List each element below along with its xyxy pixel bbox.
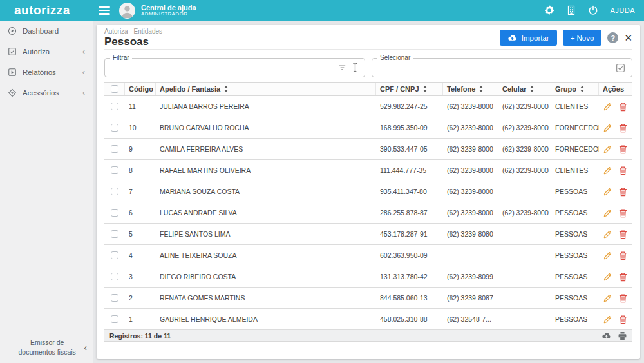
table-row[interactable]: 3 DIEGO RIBEIRO COSTA 131.313.780-42 (62… (104, 266, 632, 288)
delete-trash-icon[interactable] (618, 315, 628, 324)
row-checkbox[interactable] (111, 251, 118, 259)
row-checkbox[interactable] (111, 166, 118, 174)
gauge-icon (8, 26, 17, 35)
cell-cpf: 529.982.247-25 (376, 103, 443, 110)
help-circle-icon[interactable]: ? (607, 32, 618, 43)
row-checkbox[interactable] (111, 273, 118, 280)
cell-codigo: 10 (125, 124, 156, 132)
filter-label: Filtrar (110, 54, 132, 61)
select-dropdown[interactable]: Selecionar (372, 58, 632, 77)
table-row[interactable]: 9 CAMILA FERREIRA ALVES 390.533.447-05 (… (104, 139, 632, 160)
delete-trash-icon[interactable] (618, 187, 628, 197)
row-checkbox[interactable] (111, 294, 118, 302)
settings-gear-icon[interactable] (544, 5, 554, 15)
table-row[interactable]: 8 RAFAEL MARTINS OLIVEIRA 111.444.777-35… (104, 160, 632, 181)
company-building-icon[interactable] (566, 5, 576, 15)
help-link[interactable]: AJUDA (610, 6, 635, 14)
sort-icon (224, 86, 228, 92)
cloud-download-icon[interactable] (601, 331, 611, 340)
edit-pencil-icon[interactable] (603, 230, 612, 239)
edit-pencil-icon[interactable] (603, 208, 612, 218)
cell-codigo: 2 (125, 294, 156, 302)
cell-cpf: 844.585.060-13 (376, 294, 443, 302)
row-checkbox[interactable] (111, 145, 118, 153)
user-block[interactable]: Central de ajuda ADMINISTRADOR (141, 4, 196, 17)
filter-input[interactable]: Filtrar (104, 58, 365, 77)
close-icon[interactable]: ✕ (624, 33, 632, 43)
table-row[interactable]: 10 BRUNO CARVALHO ROCHA 168.995.350-09 (… (104, 117, 632, 139)
delete-trash-icon[interactable] (618, 230, 628, 239)
app-logo: autorizza (0, 3, 93, 17)
edit-pencil-icon[interactable] (603, 187, 612, 197)
cell-cpf: 111.444.777-35 (376, 166, 443, 174)
table-row[interactable]: 11 JULIANA BARROS PEREIRA 529.982.247-25… (104, 96, 632, 117)
row-checkbox[interactable] (111, 124, 118, 132)
row-checkbox[interactable] (111, 188, 118, 195)
table-row[interactable]: 7 MARIANA SOUZA COSTA 935.411.347-80 (62… (104, 181, 632, 202)
table-row[interactable]: 5 FELIPE SANTOS LIMA 453.178.287-91 (62)… (104, 224, 632, 245)
delete-trash-icon[interactable] (618, 272, 628, 282)
column-header-codigo[interactable]: Código (125, 83, 156, 95)
cell-celular: (62) 3239-8000 (498, 166, 551, 174)
avatar[interactable] (119, 3, 135, 19)
sidebar-footer-label: Emissor de documentos fiscais (14, 338, 80, 358)
table-row[interactable]: 6 LUCAS ANDRADE SILVA 286.255.878-87 (62… (104, 202, 632, 224)
table-row[interactable]: 2 RENATA GOMES MARTINS 844.585.060-13 (6… (104, 288, 632, 309)
column-header-apelido[interactable]: Apelido / Fantasia (156, 83, 376, 95)
delete-trash-icon[interactable] (618, 123, 628, 133)
play-square-icon (8, 68, 17, 77)
print-icon[interactable] (618, 331, 627, 340)
cell-cpf: 602.363.950-09 (376, 251, 443, 259)
table-body: 11 JULIANA BARROS PEREIRA 529.982.247-25… (104, 96, 632, 330)
row-checkbox[interactable] (111, 315, 118, 323)
cell-cpf: 131.313.780-42 (376, 273, 443, 280)
menu-hamburger-icon[interactable] (99, 6, 110, 15)
column-label: Telefone (447, 85, 475, 93)
delete-trash-icon[interactable] (618, 208, 628, 218)
cell-telefone: (62) 3239-8000 (443, 209, 498, 217)
checkbox-check-icon[interactable] (616, 63, 625, 73)
cell-codigo: 7 (125, 188, 156, 195)
chevron-left-icon: ‹ (82, 69, 85, 75)
edit-pencil-icon[interactable] (603, 123, 612, 133)
sidebar-item-autoriza[interactable]: Autoriza ‹ (0, 41, 93, 62)
cell-codigo: 1 (125, 315, 156, 323)
row-checkbox[interactable] (111, 103, 118, 110)
sidebar-item-acessorios[interactable]: Acessórios ‹ (0, 83, 93, 103)
sidebar-item-dashboard[interactable]: Dashboard (0, 21, 93, 41)
sort-icon (479, 86, 483, 92)
cell-grupo: CLIENTES (551, 103, 599, 110)
table-row[interactable]: 4 ALINE TEIXEIRA SOUZA 602.363.950-09 PE… (104, 245, 632, 266)
edit-pencil-icon[interactable] (603, 251, 612, 260)
column-header-cpf[interactable]: CPF / CNPJ (376, 83, 443, 95)
import-button[interactable]: Importar (500, 30, 557, 46)
cloud-upload-icon (507, 34, 517, 42)
row-checkbox[interactable] (111, 209, 118, 217)
row-checkbox[interactable] (111, 230, 118, 238)
column-header-telefone[interactable]: Telefone (443, 83, 498, 95)
edit-pencil-icon[interactable] (603, 272, 612, 282)
sidebar-item-relatorios[interactable]: Relatórios ‹ (0, 62, 93, 83)
cell-cpf: 935.411.347-80 (376, 188, 443, 195)
delete-trash-icon[interactable] (618, 293, 628, 303)
edit-pencil-icon[interactable] (603, 166, 612, 175)
cell-celular: (62) 3239-8000 (498, 124, 551, 132)
column-header-celular[interactable]: Celular (498, 83, 551, 95)
delete-trash-icon[interactable] (618, 144, 628, 154)
new-button[interactable]: + Novo (563, 30, 602, 46)
filter-funnel-icon[interactable] (337, 63, 347, 73)
logout-power-icon[interactable] (588, 5, 598, 15)
sidebar-footer-emissor[interactable]: Emissor de documentos fiscais ‹ (0, 338, 93, 358)
edit-pencil-icon[interactable] (603, 315, 612, 324)
column-label: Grupo (555, 85, 576, 93)
column-header-grupo[interactable]: Grupo (551, 83, 599, 95)
table-row[interactable]: 1 GABRIEL HENRIQUE ALMEIDA 458.025.310-8… (104, 309, 632, 330)
select-all-checkbox[interactable] (111, 85, 118, 93)
delete-trash-icon[interactable] (618, 251, 628, 260)
edit-pencil-icon[interactable] (603, 102, 612, 112)
edit-pencil-icon[interactable] (603, 293, 612, 303)
delete-trash-icon[interactable] (618, 102, 628, 112)
edit-pencil-icon[interactable] (603, 144, 612, 154)
cell-cpf: 168.995.350-09 (376, 124, 443, 132)
delete-trash-icon[interactable] (618, 166, 628, 175)
